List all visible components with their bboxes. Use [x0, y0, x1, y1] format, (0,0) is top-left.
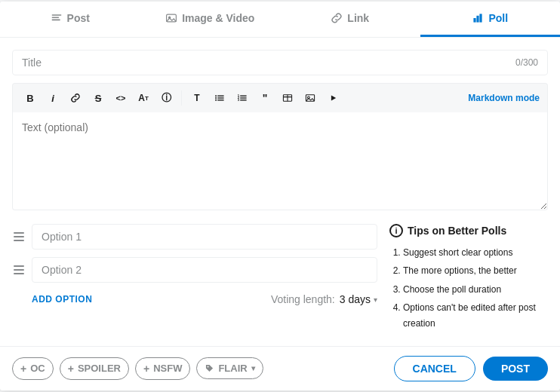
cancel-button[interactable]: CANCEL [394, 356, 475, 381]
tab-link[interactable]: Link [280, 2, 420, 37]
plus-oc-icon: + [20, 363, 26, 375]
bullet-list-button[interactable] [210, 88, 229, 108]
poll-option-input-2[interactable] [32, 257, 377, 283]
video-button[interactable] [323, 88, 343, 108]
svg-rect-0 [51, 14, 61, 16]
voting-length: Voting length: 3 days ▾ [271, 293, 377, 305]
poll-section: ADD OPTION Voting length: 3 days ▾ i Tip… [12, 224, 548, 334]
text-toolbar: B i S <> AT ⓘ T 123 " [12, 83, 548, 112]
svg-rect-9 [217, 97, 223, 98]
image-toolbar-icon [305, 93, 315, 103]
drag-handle-1[interactable] [12, 232, 26, 241]
footer-right-actions: CANCEL POST [394, 356, 548, 381]
link-toolbar-icon [70, 93, 81, 103]
image-toolbar-button[interactable] [300, 88, 320, 108]
post-icon [51, 12, 63, 24]
drag-handle-2[interactable] [12, 265, 26, 274]
code-button[interactable]: <> [111, 88, 131, 108]
plus-nsfw-icon: + [143, 363, 149, 375]
post-content: 0/300 B i S <> AT ⓘ T 123 " [0, 38, 560, 346]
chevron-down-icon: ▾ [374, 296, 377, 304]
tips-header: i Tips on Better Polls [389, 224, 548, 237]
poll-option-row-2 [12, 257, 377, 283]
add-option-button[interactable]: ADD OPTION [32, 294, 92, 305]
tip-4: Options can't be edited after post creat… [403, 300, 548, 331]
add-option-row: ADD OPTION Voting length: 3 days ▾ [12, 290, 377, 308]
tip-2: The more options, the better [403, 263, 548, 278]
svg-rect-14 [240, 96, 246, 96]
link-button[interactable] [66, 88, 85, 108]
markdown-mode-button[interactable]: Markdown mode [468, 93, 540, 103]
nsfw-label: NSFW [153, 363, 182, 374]
title-field-wrap: 0/300 [12, 50, 548, 75]
svg-point-11 [215, 95, 217, 96]
tips-list: Suggest short clear options The more opt… [389, 245, 548, 331]
poll-option-input-1[interactable] [32, 224, 377, 250]
bullet-list-icon [214, 93, 225, 103]
poll-icon [472, 12, 484, 24]
svg-rect-6 [477, 16, 479, 23]
title-char-count: 0/300 [515, 57, 538, 68]
plus-spoiler-icon: + [68, 363, 74, 375]
oc-button[interactable]: + OC [12, 357, 54, 380]
tip-1: Suggest short clear options [403, 245, 548, 260]
heading-button[interactable]: T [187, 88, 207, 108]
svg-rect-2 [51, 20, 60, 21]
tips-title: Tips on Better Polls [408, 225, 506, 237]
flair-chevron-icon: ▾ [251, 364, 255, 372]
svg-rect-8 [217, 96, 223, 96]
spoiler-label: SPOILER [78, 363, 121, 374]
tab-post[interactable]: Post [0, 2, 140, 37]
voting-length-label: Voting length: [271, 293, 335, 305]
svg-point-26 [208, 366, 209, 368]
flair-tag-icon [205, 363, 214, 373]
svg-rect-15 [240, 97, 246, 98]
tips-box: i Tips on Better Polls Suggest short cle… [389, 224, 548, 334]
nsfw-button[interactable]: + NSFW [135, 357, 190, 380]
quote-button[interactable]: " [255, 88, 275, 108]
voting-length-value: 3 days [340, 293, 371, 305]
svg-marker-25 [331, 96, 336, 101]
tab-poll[interactable]: Poll [420, 2, 561, 37]
tips-info-icon: i [389, 224, 403, 237]
numbered-list-icon: 123 [237, 93, 248, 103]
oc-label: OC [30, 363, 45, 374]
table-button[interactable] [278, 88, 297, 108]
poll-option-row-1 [12, 224, 377, 250]
post-text-area[interactable] [12, 112, 548, 210]
table-icon [282, 93, 293, 103]
toolbar-divider-1 [181, 90, 182, 106]
post-button[interactable]: POST [483, 357, 548, 381]
spoiler-toolbar-button[interactable]: ⓘ [156, 88, 176, 108]
post-type-tabs: Post Image & Video Link Poll [0, 2, 560, 38]
numbered-list-button[interactable]: 123 [232, 88, 252, 108]
bold-button[interactable]: B [20, 88, 40, 108]
flair-label: FLAIR [218, 363, 247, 374]
image-icon [165, 12, 177, 24]
strikethrough-button[interactable]: S [88, 88, 108, 108]
footer-left-actions: + OC + SPOILER + NSFW FLAIR ▾ [12, 357, 263, 380]
svg-text:3: 3 [238, 98, 240, 102]
svg-point-13 [215, 100, 217, 101]
svg-point-12 [215, 97, 217, 99]
svg-rect-7 [480, 14, 482, 22]
tab-image-video[interactable]: Image & Video [140, 2, 281, 37]
post-footer: + OC + SPOILER + NSFW FLAIR ▾ CANCEL POS… [0, 346, 560, 390]
video-icon [328, 93, 338, 103]
superscript-button[interactable]: AT [134, 88, 153, 108]
tip-3: Choose the poll duration [403, 282, 548, 297]
create-post-modal: Post Image & Video Link Poll 0/300 [0, 2, 560, 390]
svg-rect-10 [217, 100, 223, 100]
spoiler-button[interactable]: + SPOILER [60, 357, 129, 380]
title-input[interactable] [22, 57, 515, 69]
svg-rect-1 [51, 17, 59, 18]
poll-options-list: ADD OPTION Voting length: 3 days ▾ [12, 224, 377, 334]
svg-rect-16 [240, 100, 246, 100]
italic-button[interactable]: i [43, 88, 63, 108]
voting-length-select[interactable]: 3 days ▾ [340, 293, 377, 305]
flair-button[interactable]: FLAIR ▾ [196, 357, 263, 379]
svg-rect-5 [474, 18, 476, 23]
link-icon [331, 12, 343, 24]
